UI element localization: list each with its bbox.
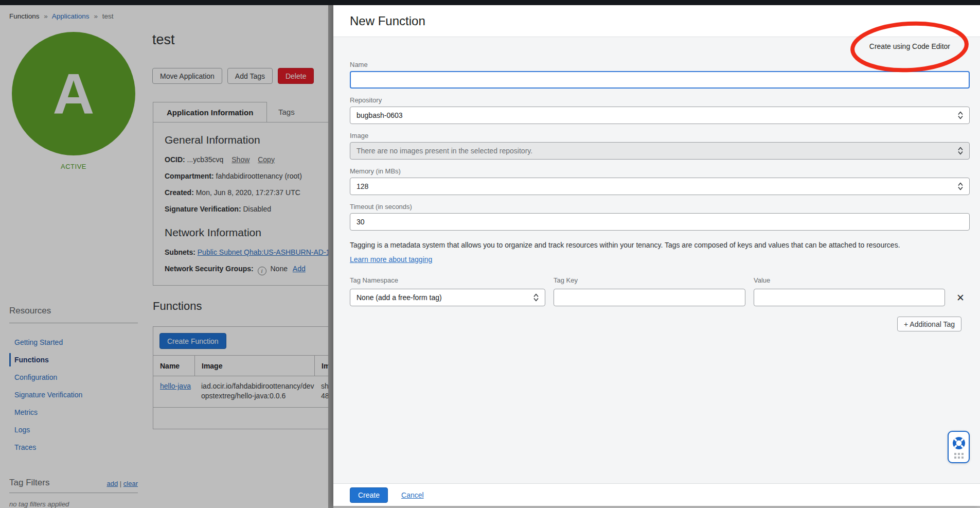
tagging-description: Tagging is a metadata system that allows… bbox=[350, 241, 970, 249]
image-label: Image bbox=[350, 132, 970, 139]
remove-tag-close-icon[interactable]: ✕ bbox=[953, 293, 968, 303]
tag-key-label: Tag Key bbox=[554, 276, 745, 284]
panel-header: New Function bbox=[333, 5, 980, 37]
timeout-field: Timeout (in seconds) bbox=[350, 203, 970, 231]
name-input[interactable] bbox=[350, 71, 970, 89]
repository-select[interactable]: bugbash-0603 bbox=[350, 107, 970, 124]
image-field: Image There are no images present in the… bbox=[350, 132, 970, 160]
select-updown-icon bbox=[533, 294, 539, 302]
select-updown-icon bbox=[958, 112, 963, 119]
new-function-panel: New Function Create using Code Editor Na… bbox=[333, 5, 980, 506]
name-field: Name bbox=[350, 61, 970, 89]
panel-title: New Function bbox=[350, 14, 425, 28]
memory-field: Memory (in MBs) 128 bbox=[350, 167, 970, 195]
tag-namespace-label: Tag Namespace bbox=[350, 276, 545, 284]
tag-value-input[interactable] bbox=[754, 289, 945, 306]
drag-dots-icon bbox=[954, 453, 964, 459]
repository-field: Repository bugbash-0603 bbox=[350, 96, 970, 124]
top-bar bbox=[0, 0, 980, 5]
image-placeholder-text: There are no images present in the selec… bbox=[357, 147, 532, 155]
timeout-label: Timeout (in seconds) bbox=[350, 203, 970, 211]
lifebuoy-help-icon bbox=[952, 436, 966, 450]
name-label: Name bbox=[350, 61, 970, 68]
additional-tag-row: + Additional Tag bbox=[350, 317, 961, 331]
tag-value-label: Value bbox=[754, 276, 945, 284]
memory-label: Memory (in MBs) bbox=[350, 167, 970, 175]
cancel-link[interactable]: Cancel bbox=[401, 491, 424, 499]
tag-namespace-select[interactable]: None (add a free-form tag) bbox=[350, 289, 545, 306]
additional-tag-button[interactable]: + Additional Tag bbox=[897, 317, 961, 331]
repository-label: Repository bbox=[350, 96, 970, 104]
tag-key-input[interactable] bbox=[554, 289, 745, 306]
repository-selected-value: bugbash-0603 bbox=[357, 111, 403, 119]
image-select: There are no images present in the selec… bbox=[350, 142, 970, 160]
create-button[interactable]: Create bbox=[350, 487, 388, 503]
new-function-form: Name Repository bugbash-0603 Image There… bbox=[333, 37, 980, 331]
learn-more-tagging-link[interactable]: Learn more about tagging bbox=[350, 255, 432, 264]
memory-selected-value: 128 bbox=[357, 182, 368, 190]
tag-labels-row: Tag Namespace Tag Key Value bbox=[350, 276, 970, 284]
panel-footer: Create Cancel bbox=[333, 483, 980, 506]
help-widget[interactable] bbox=[948, 431, 970, 463]
timeout-input[interactable] bbox=[350, 213, 970, 231]
tag-controls-row: None (add a free-form tag) ✕ bbox=[350, 289, 970, 306]
tag-namespace-selected-value: None (add a free-form tag) bbox=[357, 293, 442, 302]
select-updown-icon bbox=[958, 147, 963, 155]
memory-select[interactable]: 128 bbox=[350, 178, 970, 195]
select-updown-icon bbox=[958, 183, 963, 190]
create-using-code-editor-link[interactable]: Create using Code Editor bbox=[869, 42, 950, 50]
